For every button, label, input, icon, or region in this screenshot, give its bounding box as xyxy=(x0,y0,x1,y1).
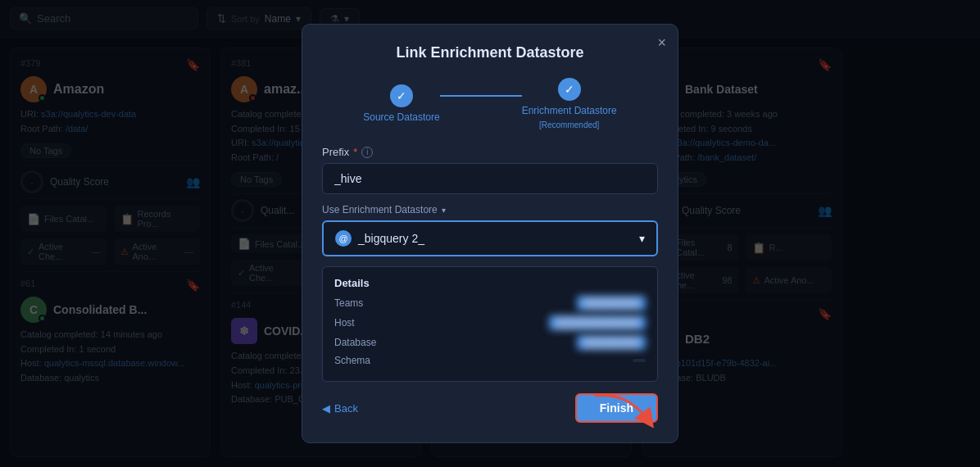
step-1-circle: ✓ xyxy=(390,84,413,107)
step-2-label: Enrichment Datastore xyxy=(522,105,617,116)
details-val-database: ████████ xyxy=(577,335,646,350)
modal-close-button[interactable]: × xyxy=(657,34,666,52)
prefix-label: Prefix * i xyxy=(322,146,658,158)
details-row-database: Database ████████ xyxy=(334,335,646,350)
back-button[interactable]: ◀ Back xyxy=(322,402,358,415)
details-val-host: ████████████ xyxy=(549,315,646,330)
required-indicator: * xyxy=(353,146,357,158)
finish-area: Finish xyxy=(575,393,658,423)
modal-footer: ◀ Back Finish xyxy=(322,393,658,423)
finish-button[interactable]: Finish xyxy=(575,393,658,423)
steps-row: ✓ Source Datastore ✓ Enrichment Datastor… xyxy=(322,78,658,129)
modal-title: Link Enrichment Datastore xyxy=(322,44,658,61)
select-chevron-icon: ▾ xyxy=(639,232,645,245)
info-icon[interactable]: i xyxy=(361,147,373,158)
details-key-teams: Teams xyxy=(334,297,363,309)
dropdown-select-inner: @ _bigquery 2_ xyxy=(335,230,424,247)
use-enrichment-label[interactable]: Use Enrichment Datastore ▾ xyxy=(322,204,658,215)
details-row-schema: Schema xyxy=(334,355,646,366)
details-panel: Details Teams ████████ Host ████████████… xyxy=(322,266,658,382)
modal-overlay: × Link Enrichment Datastore ✓ Source Dat… xyxy=(0,0,980,467)
datastore-icon: @ xyxy=(335,230,352,247)
details-val-schema xyxy=(633,359,646,362)
step-2-enrichment: ✓ Enrichment Datastore [Recommended] xyxy=(522,78,617,129)
enrichment-datastore-select[interactable]: @ _bigquery 2_ ▾ xyxy=(322,220,658,256)
modal-link-enrichment: × Link Enrichment Datastore ✓ Source Dat… xyxy=(302,24,678,443)
prefix-input[interactable] xyxy=(322,163,658,194)
details-row-host: Host ████████████ xyxy=(334,315,646,330)
selected-datastore-value: _bigquery 2_ xyxy=(358,232,424,245)
details-key-host: Host xyxy=(334,317,355,329)
details-title: Details xyxy=(334,277,646,289)
step-2-sublabel: [Recommended] xyxy=(539,120,599,129)
back-arrow-icon: ◀ xyxy=(322,402,330,415)
details-row-teams: Teams ████████ xyxy=(334,296,646,311)
details-key-schema: Schema xyxy=(334,355,370,366)
step-1-label: Source Datastore xyxy=(363,111,439,123)
step-1-source: ✓ Source Datastore xyxy=(363,84,439,123)
dropdown-arrow-icon: ▾ xyxy=(442,206,446,215)
step-2-circle: ✓ xyxy=(558,78,581,101)
details-key-database: Database xyxy=(334,337,376,348)
details-val-teams: ████████ xyxy=(577,296,646,311)
step-connector xyxy=(440,95,522,97)
